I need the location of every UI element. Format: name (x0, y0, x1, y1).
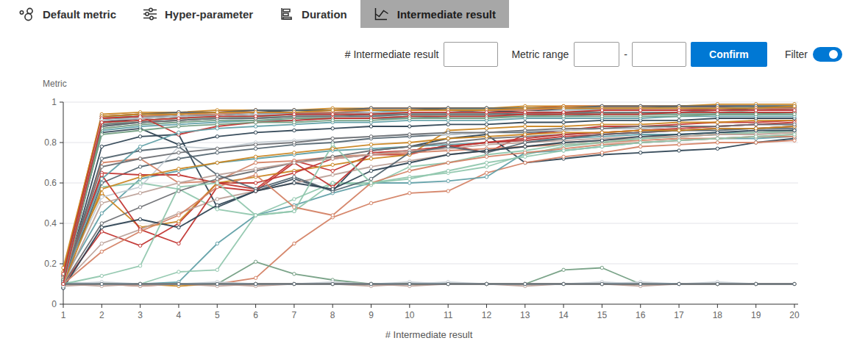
line-chart-icon (374, 7, 390, 21)
filter-controls: # Intermediate result Metric range - Con… (0, 42, 842, 67)
filter-label: Filter (785, 48, 808, 60)
intermediate-count-label: # Intermediate result (345, 48, 439, 60)
svg-text:10: 10 (405, 310, 415, 320)
svg-text:6: 6 (253, 310, 258, 320)
svg-text:0.4: 0.4 (44, 218, 57, 229)
chart-canvas[interactable]: 00.20.40.60.8112345678910111213141516171… (0, 73, 868, 349)
tab-label: Intermediate result (397, 8, 496, 21)
svg-text:4: 4 (177, 310, 182, 320)
tab-hyper-parameter[interactable]: Hyper-parameter (129, 0, 266, 28)
svg-text:18: 18 (713, 310, 723, 320)
tab-label: Hyper-parameter (165, 8, 253, 21)
filter-toggle[interactable] (813, 47, 842, 62)
tab-label: Default metric (43, 8, 116, 21)
svg-text:8: 8 (330, 310, 335, 320)
svg-text:0.2: 0.2 (44, 259, 57, 269)
tab-label: Duration (302, 8, 347, 21)
svg-text:5: 5 (215, 310, 220, 320)
metric-min-input[interactable] (574, 42, 619, 67)
svg-text:1: 1 (51, 97, 57, 107)
svg-text:2: 2 (99, 310, 104, 320)
metric-range-label: Metric range (511, 48, 569, 60)
svg-text:20: 20 (789, 310, 800, 320)
bar-chart-icon (280, 7, 294, 21)
svg-text:13: 13 (520, 310, 530, 320)
range-dash: - (624, 48, 627, 60)
svg-text:7: 7 (292, 310, 297, 320)
toggle-knob (829, 50, 838, 59)
svg-text:0: 0 (51, 299, 57, 309)
sliders-icon (143, 7, 157, 21)
svg-text:11: 11 (444, 310, 453, 320)
metric-max-input[interactable] (632, 42, 686, 67)
intermediate-count-input[interactable] (444, 42, 498, 67)
view-tabs: Default metric Hyper-parameter Duration (6, 0, 509, 28)
tab-duration[interactable]: Duration (266, 0, 360, 28)
svg-text:1: 1 (61, 310, 66, 320)
intermediate-result-chart: 00.20.40.60.8112345678910111213141516171… (0, 73, 868, 349)
confirm-button[interactable]: Confirm (691, 42, 767, 67)
svg-text:0.8: 0.8 (44, 137, 57, 148)
svg-text:3: 3 (138, 310, 143, 320)
x-axis-title: # Intermediate result (385, 329, 473, 340)
svg-text:12: 12 (482, 310, 492, 320)
svg-text:17: 17 (674, 310, 684, 320)
svg-text:9: 9 (369, 310, 374, 320)
svg-text:0.6: 0.6 (44, 178, 57, 188)
tab-intermediate-result[interactable]: Intermediate result (360, 0, 509, 28)
svg-text:14: 14 (558, 310, 569, 320)
y-axis-title: Metric (43, 79, 67, 89)
tab-default-metric[interactable]: Default metric (6, 0, 129, 28)
svg-text:19: 19 (751, 310, 761, 320)
svg-text:15: 15 (597, 310, 608, 320)
svg-text:16: 16 (636, 310, 646, 320)
scatter-icon (19, 7, 35, 21)
